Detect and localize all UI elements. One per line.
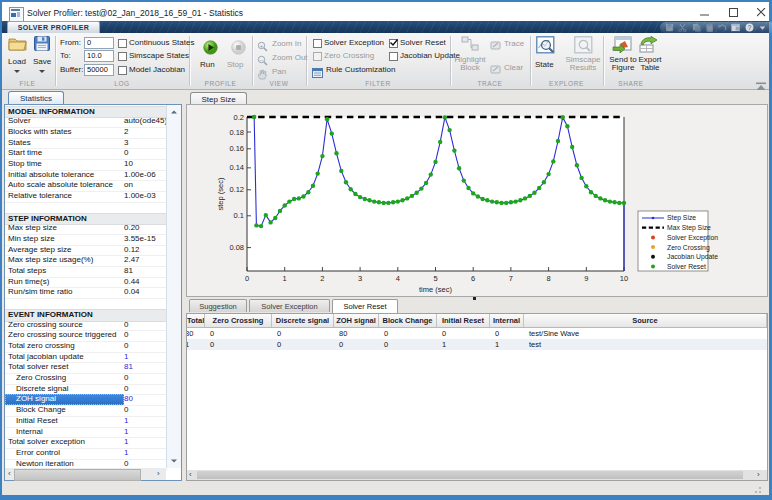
scroll-down-icon[interactable] — [170, 457, 178, 465]
svg-text:0.2: 0.2 — [234, 113, 244, 122]
stats-row-label: Auto scale absolute tolerance — [8, 180, 113, 191]
state-button[interactable] — [533, 36, 557, 78]
undo-icon[interactable] — [718, 23, 727, 32]
statistics-vertical-scrollbar[interactable] — [166, 105, 181, 468]
svg-text:0.08: 0.08 — [229, 243, 244, 252]
results-panel: TotalZero CrossingDiscrete signalZOH sig… — [186, 313, 768, 481]
stats-row-value[interactable]: 1 — [124, 448, 128, 459]
panel-splitter-handle[interactable] — [473, 297, 476, 300]
filter-solver-exception-checkbox[interactable] — [313, 39, 322, 48]
run-button[interactable] — [197, 36, 223, 78]
stop-button[interactable] — [225, 36, 251, 78]
tab-statistics[interactable]: Statistics — [8, 91, 64, 105]
results-column-zero-crossing[interactable]: Zero Crossing — [205, 314, 272, 327]
ribbon-section-label-log: LOG — [55, 79, 189, 88]
save-button-label: Save — [23, 58, 61, 66]
results-cell: 0 — [384, 328, 442, 339]
stats-row-value[interactable]: 1 — [124, 416, 128, 427]
scroll-right-icon[interactable]: › — [757, 471, 760, 479]
simscape-results-label: SimscapeResults — [563, 56, 603, 72]
svg-text:0.18: 0.18 — [229, 128, 244, 137]
log-model-jacobian-checkbox[interactable] — [118, 66, 127, 75]
stats-row-value: 2 — [124, 127, 128, 138]
scroll-right-icon[interactable]: › — [157, 470, 160, 478]
help-icon[interactable]: ? — [745, 23, 754, 32]
filter-solver-reset-checkbox[interactable] — [389, 39, 398, 48]
stats-row-value[interactable]: 1 — [124, 437, 128, 448]
save-button-dropdown-arrow[interactable] — [39, 70, 45, 73]
results-hscroll-thumb[interactable] — [197, 471, 743, 479]
results-cell: 0 — [210, 328, 277, 339]
stats-row-label: Internal — [16, 427, 43, 438]
stats-row-value: 0 — [124, 148, 128, 159]
log-simscape-states-checkbox[interactable] — [118, 52, 127, 61]
load-button-dropdown-arrow[interactable] — [14, 70, 20, 73]
tab-solver-exception[interactable]: Solver Exception — [249, 299, 330, 312]
results-column-total[interactable]: Total — [187, 314, 205, 327]
results-column-internal[interactable]: Internal — [490, 314, 524, 327]
stats-row-label: Blocks with states — [8, 127, 72, 138]
filter-jacobian-update-checkbox[interactable] — [389, 52, 398, 61]
stats-row-label: Total solver reset — [8, 362, 68, 373]
minimize-button[interactable] — [692, 4, 717, 21]
qat-dropdown-caret[interactable] — [758, 23, 767, 32]
close-button[interactable] — [749, 4, 772, 21]
tab-solver-reset[interactable]: Solver Reset — [332, 299, 398, 313]
results-column-discrete-signal[interactable]: Discrete signal — [272, 314, 334, 327]
log-continuous-states-checkbox[interactable] — [118, 39, 127, 48]
tab-suggestion[interactable]: Suggestion — [189, 299, 247, 312]
stats-row-value: 0 — [124, 320, 128, 331]
maximize-button[interactable] — [721, 4, 746, 21]
results-cell: 0 — [210, 339, 277, 350]
window-border-bottom — [0, 495, 772, 500]
scroll-left-icon[interactable]: ‹ — [189, 471, 192, 479]
copy-icon[interactable] — [692, 23, 701, 32]
stats-row-value: 0.04 — [124, 287, 140, 298]
results-column-block-change[interactable]: Block Change — [379, 314, 437, 327]
trace-button-label: Trace — [504, 39, 524, 48]
window-icon[interactable] — [731, 23, 740, 32]
paste-icon[interactable] — [705, 23, 714, 32]
svg-text:6: 6 — [471, 274, 475, 283]
stats-row-label: Run/sim time ratio — [8, 287, 72, 298]
log-to-input[interactable]: 10.0 — [84, 50, 114, 62]
stats-row-value: 0 — [124, 341, 128, 352]
app-icon — [9, 7, 24, 22]
svg-text:1: 1 — [283, 274, 287, 283]
window-resize-grip[interactable] — [748, 484, 762, 494]
scroll-left-icon[interactable]: ‹ — [8, 470, 11, 478]
stats-row-value: auto(ode45) — [124, 116, 167, 127]
save-icon[interactable] — [665, 23, 674, 32]
ribbon-section-label-trace: TRACE — [450, 79, 530, 88]
stats-row-value[interactable]: 1 — [124, 427, 128, 438]
collapse-ribbon-button[interactable] — [755, 77, 769, 87]
results-column-zoh-signal[interactable]: ZOH signal — [334, 314, 379, 327]
results-cell: 1 — [442, 339, 495, 350]
stats-row-label: ZOH signal — [5, 394, 124, 405]
results-column-source[interactable]: Source — [524, 314, 767, 327]
stats-row-label: Stop time — [8, 159, 42, 170]
log-buffer-input[interactable]: 50000 — [84, 64, 114, 76]
log-from-input[interactable]: 0 — [84, 37, 114, 49]
stats-row-label: Initial absolute tolerance — [8, 170, 94, 181]
statistics-panel: MODEL INFORMATIONSolverauto(ode45)Blocks… — [4, 104, 182, 481]
ribbon-section-label-file: FILE — [0, 79, 55, 88]
statistics-hscroll-thumb[interactable] — [14, 469, 141, 481]
scroll-up-icon[interactable] — [170, 108, 178, 116]
stats-row-value[interactable]: 80 — [124, 394, 133, 405]
stats-row-value[interactable]: 81 — [124, 362, 133, 373]
rule-customization-label: Rule Customization — [326, 65, 395, 74]
results-cell: 0 — [495, 328, 529, 339]
results-cell: 0 — [442, 328, 495, 339]
stats-row-value[interactable]: 1 — [124, 352, 128, 363]
results-row[interactable]: 1000011test — [187, 339, 767, 350]
cut-icon[interactable] — [678, 23, 687, 32]
ribbon-tabstrip — [2, 21, 769, 33]
stats-row-value: 1.00e-03 — [124, 191, 156, 202]
results-table-header: TotalZero CrossingDiscrete signalZOH sig… — [187, 314, 767, 328]
svg-text:Solver Reset: Solver Reset — [667, 263, 706, 270]
filter-zero-crossing-checkbox[interactable] — [313, 52, 322, 61]
results-row[interactable]: 800080000test/Sine Wave — [187, 328, 767, 339]
stats-row-value: 0.12 — [124, 245, 140, 256]
results-column-initial-reset[interactable]: Initial Reset — [437, 314, 490, 327]
